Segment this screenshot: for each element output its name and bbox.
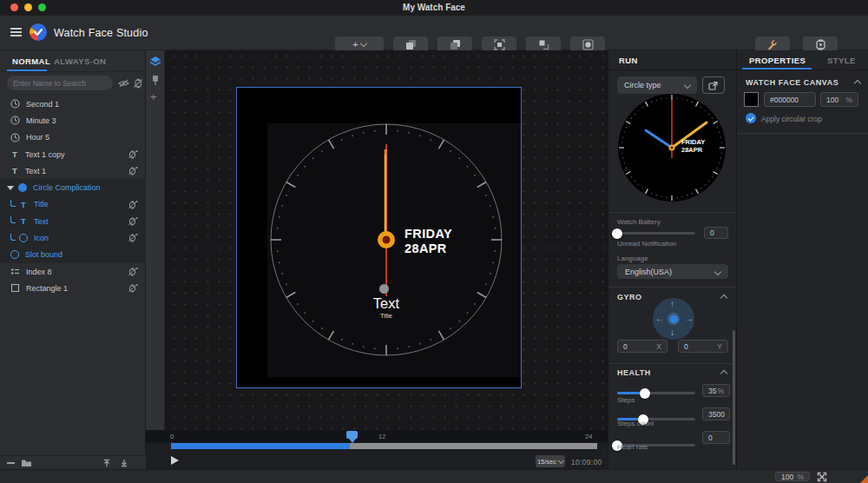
tab-properties[interactable]: PROPERTIES (749, 56, 806, 65)
layer-row-index[interactable]: Index 8 (0, 263, 146, 280)
run-panel-header: RUN (608, 50, 736, 70)
language-select[interactable]: English(USA) (617, 264, 728, 279)
ungroup-icon (538, 39, 549, 50)
fps-select[interactable]: 15/sec (536, 455, 565, 467)
wrench-icon (766, 39, 778, 50)
gyro-center-dot[interactable] (667, 313, 680, 325)
steps-count-label: Steps count (617, 420, 654, 427)
watch-face-canvas-header: WATCH FACE CANVAS (746, 78, 838, 87)
timeline-track[interactable] (171, 443, 597, 449)
hide-all-icon[interactable] (118, 79, 129, 88)
pin-icon[interactable] (151, 75, 160, 86)
canvas-color-swatch[interactable] (744, 92, 759, 107)
heart-rate-value-box[interactable]: 0 (702, 431, 730, 444)
layers-sidebar: NORMAL ALWAYS-ON Second 1 Minute 3 Hou (0, 50, 146, 469)
ruler-tick: 0 (170, 433, 174, 440)
layer-list: Second 1 Minute 3 Hour 5 T Text 1 copy T… (0, 96, 146, 297)
external-link-icon (708, 81, 718, 90)
slider-knob[interactable] (612, 228, 622, 239)
status-bar: 100% (0, 469, 868, 483)
menu-icon[interactable] (10, 28, 22, 36)
fit-to-screen-icon[interactable] (817, 472, 827, 482)
rectangle-icon (10, 283, 20, 293)
canvas-color-hex-input[interactable] (764, 92, 816, 107)
aod-hide-icon[interactable] (133, 78, 143, 89)
apply-circular-crop-checkbox[interactable] (746, 113, 756, 123)
add-guide-icon[interactable]: + (150, 90, 157, 103)
collapse-gyro-icon[interactable] (720, 294, 727, 301)
layer-row-text1[interactable]: T Text 1 (0, 162, 146, 179)
playhead[interactable] (346, 431, 358, 439)
complication-title-placeholder[interactable]: Title (334, 312, 438, 320)
gyro-x-box[interactable]: 0X (617, 340, 667, 353)
layer-row-title[interactable]: T Title (0, 196, 146, 213)
gyro-pad[interactable]: ↑ ↓ ← → (653, 298, 694, 340)
ruler-tick: 12 (378, 433, 385, 440)
unread-notification-slider[interactable] (617, 232, 695, 235)
steps-count-value-box[interactable]: 3500 (702, 407, 730, 420)
layer-row-minute[interactable]: Minute 3 (0, 112, 146, 129)
resize-corner[interactable] (860, 475, 868, 483)
timeline-progress (171, 443, 350, 449)
watch-battery-label: Watch Battery (617, 218, 661, 226)
layer-row-circle-complication[interactable]: Circle Complication (0, 179, 146, 195)
slider-knob[interactable] (640, 388, 650, 399)
play-button[interactable] (171, 456, 179, 465)
circle-icon (10, 250, 19, 259)
move-top-icon[interactable] (102, 459, 111, 467)
backward-icon (450, 39, 461, 50)
collapse-icon[interactable] (7, 462, 15, 464)
steps-label: Steps (617, 396, 635, 404)
properties-tab-bar: PROPERTIES STYLE (737, 50, 868, 70)
layer-row-rectangle[interactable]: Rectangle 1 (0, 280, 146, 296)
tab-always-on[interactable]: ALWAYS-ON (54, 56, 106, 66)
layer-row-hour[interactable]: Hour 5 (0, 129, 146, 146)
timeline-ruler[interactable]: 0 12 24 (146, 430, 608, 442)
unread-value-box[interactable]: 0 (704, 227, 728, 239)
gyro-header: GYRO (617, 293, 642, 301)
complication-icon-placeholder[interactable] (379, 284, 389, 294)
steps-value-box[interactable]: 35% (702, 384, 730, 397)
watch-preview[interactable] (616, 92, 727, 203)
tab-style[interactable]: STYLE (827, 56, 856, 65)
canvas-day-text[interactable]: FRIDAY 28APR (404, 227, 452, 256)
canvas-side-strip: + (146, 50, 165, 430)
active-tab-underline (742, 68, 812, 69)
canvas-opacity-input[interactable]: 100% (820, 92, 858, 107)
steps-slider[interactable] (617, 392, 695, 394)
app-logo (30, 23, 47, 41)
search-input[interactable] (13, 79, 109, 88)
preview-day-text: FRIDAY (681, 138, 705, 146)
design-canvas[interactable]: + FRIDAY 28APR Text Title (146, 50, 608, 430)
index-icon (10, 267, 20, 276)
move-bottom-icon[interactable] (120, 459, 128, 467)
disclosure-triangle-icon[interactable] (7, 186, 14, 190)
collapse-health-icon[interactable] (720, 370, 727, 377)
collapse-canvas-section-icon[interactable] (854, 80, 861, 87)
zoom-level-box[interactable]: 100% (775, 472, 810, 481)
open-preview-button[interactable] (702, 76, 725, 94)
text-icon: T (10, 149, 19, 159)
layer-row-text-copy[interactable]: T Text 1 copy (0, 146, 146, 162)
run-panel-scrollbar[interactable] (733, 330, 735, 465)
complication-text-placeholder[interactable]: Text (334, 295, 438, 312)
aod-badge-icon (128, 283, 138, 294)
ruler-tick: 24 (585, 433, 592, 440)
aod-badge-icon (128, 200, 138, 210)
folder-icon[interactable] (21, 459, 32, 467)
timeline-time: 10:09:00 (571, 458, 602, 466)
chevron-down-icon (684, 82, 691, 89)
app-name: Watch Face Studio (54, 27, 148, 39)
aod-badge-icon (128, 233, 138, 243)
layer-row-slot-bound[interactable]: Slot bound (0, 247, 146, 263)
text-icon: T (19, 200, 28, 209)
layer-row-second[interactable]: Second 1 (0, 96, 146, 112)
tab-normal[interactable]: NORMAL (12, 56, 50, 66)
layers-icon[interactable] (149, 56, 161, 68)
device-type-select[interactable]: Circle type (617, 76, 697, 94)
health-header: HEALTH (617, 368, 651, 377)
layer-row-comp-icon[interactable]: Icon (0, 229, 146, 246)
gyro-y-box[interactable]: 0Y (678, 340, 728, 353)
aod-badge-icon (128, 216, 138, 227)
layer-row-comp-text[interactable]: T Text (0, 213, 146, 229)
